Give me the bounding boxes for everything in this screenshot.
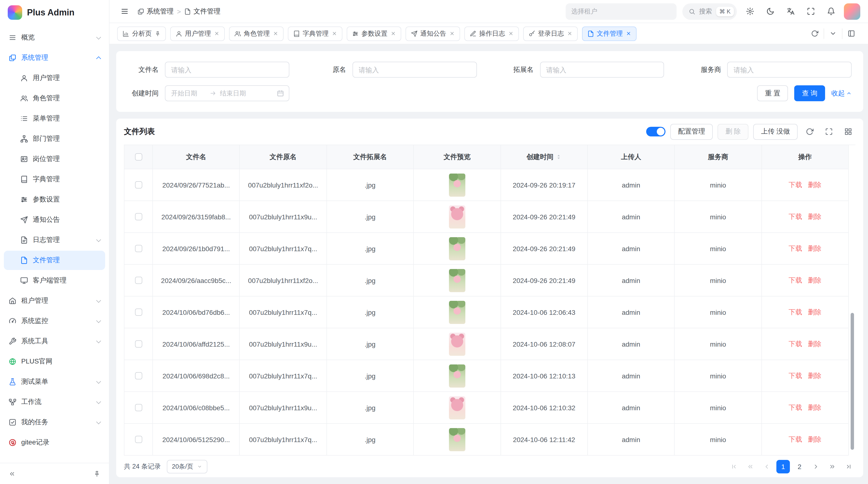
sidebar-item[interactable]: 参数设置 [4, 190, 105, 209]
sidebar-item[interactable]: 测试菜单 [4, 372, 105, 391]
delete-link[interactable]: 删除 [808, 244, 822, 253]
file-preview-image[interactable] [449, 364, 465, 387]
close-icon[interactable] [332, 31, 337, 36]
column-header[interactable]: 操作 [762, 145, 849, 169]
delete-link[interactable]: 删除 [808, 212, 822, 221]
refresh-table-button[interactable] [802, 124, 817, 139]
upload-button[interactable]: 上传 没做 [753, 124, 798, 139]
row-checkbox[interactable] [135, 404, 142, 411]
page-tab[interactable]: 操作日志 [464, 26, 519, 41]
page-tab[interactable]: 登录日志 [523, 26, 578, 41]
page-tab[interactable]: 参数设置 [346, 26, 401, 41]
sidebar-item[interactable]: PLUS官网 [4, 352, 105, 371]
layout-button[interactable] [842, 28, 860, 39]
file-preview-image[interactable] [449, 237, 465, 260]
filter-input[interactable] [165, 62, 289, 77]
sidebar-item[interactable]: gitee记录 [4, 433, 105, 452]
sidebar-item[interactable]: 菜单管理 [4, 109, 105, 128]
columns-button[interactable] [841, 124, 856, 139]
table-toggle[interactable] [646, 127, 665, 136]
sidebar-item[interactable]: 工作流 [4, 392, 105, 412]
tenant-select[interactable] [565, 3, 676, 20]
download-link[interactable]: 下载 [789, 212, 802, 221]
global-search[interactable]: 搜索 ⌘ K [682, 3, 737, 20]
row-checkbox[interactable] [135, 213, 142, 220]
close-icon[interactable] [567, 31, 572, 36]
prev-jump-button[interactable] [744, 460, 757, 474]
download-link[interactable]: 下载 [789, 181, 802, 189]
download-link[interactable]: 下载 [789, 403, 802, 412]
end-date-input[interactable] [219, 89, 255, 97]
sidebar-item[interactable]: 部门管理 [4, 129, 105, 149]
file-preview-image[interactable] [449, 396, 465, 419]
sidebar-item[interactable]: 用户管理 [4, 68, 105, 88]
row-checkbox[interactable] [135, 436, 142, 443]
column-header[interactable]: 文件原名 [240, 145, 327, 169]
prev-page-button[interactable] [760, 460, 774, 474]
sidebar-item[interactable]: 日志管理 [4, 230, 105, 250]
pin-icon[interactable] [155, 31, 160, 36]
download-link[interactable]: 下载 [789, 435, 802, 444]
collapse-link[interactable]: 收起 [831, 89, 851, 98]
download-link[interactable]: 下载 [789, 372, 802, 380]
next-page-button[interactable] [809, 460, 823, 474]
column-header[interactable]: 上传人 [588, 145, 675, 169]
query-button[interactable]: 查 询 [794, 85, 825, 101]
page-tab[interactable]: 分析页 [117, 26, 166, 41]
app-logo[interactable]: Plus Admin [0, 0, 109, 25]
table-scrollbar[interactable] [850, 313, 854, 450]
page-size-select[interactable]: 20条/页 [166, 460, 207, 474]
delete-link[interactable]: 删除 [808, 181, 822, 189]
file-preview-image[interactable] [449, 332, 465, 356]
row-checkbox[interactable] [135, 181, 142, 189]
file-preview-image[interactable] [449, 428, 465, 451]
table-fullscreen-button[interactable] [822, 124, 836, 139]
dark-mode-button[interactable] [763, 4, 777, 19]
close-icon[interactable] [214, 31, 219, 36]
next-jump-button[interactable] [826, 460, 839, 474]
sidebar-item[interactable]: 岗位管理 [4, 150, 105, 169]
tab-menu-button[interactable] [824, 28, 842, 39]
select-all-checkbox[interactable] [135, 153, 142, 161]
filter-input[interactable] [540, 62, 664, 77]
sidebar-item[interactable]: 我的任务 [4, 413, 105, 432]
page-tab[interactable]: 文件管理 [582, 26, 636, 41]
delete-link[interactable]: 删除 [808, 276, 822, 285]
download-link[interactable]: 下载 [789, 340, 802, 348]
column-header[interactable]: 文件拓展名 [327, 145, 414, 169]
column-header[interactable]: 文件预览 [414, 145, 501, 169]
filter-input[interactable] [352, 62, 477, 77]
close-icon[interactable] [626, 31, 631, 36]
config-button[interactable]: 配置管理 [670, 124, 713, 139]
delete-link[interactable]: 删除 [808, 308, 822, 317]
delete-link[interactable]: 删除 [808, 435, 822, 444]
page-number-button[interactable]: 2 [793, 460, 806, 474]
file-preview-image[interactable] [449, 269, 465, 292]
date-range-picker[interactable] [165, 85, 289, 101]
last-page-button[interactable] [842, 460, 856, 474]
fullscreen-button[interactable] [803, 4, 818, 19]
download-link[interactable]: 下载 [789, 244, 802, 253]
batch-delete-button[interactable]: 删 除 [717, 124, 748, 139]
page-tab[interactable]: 角色管理 [229, 26, 283, 41]
close-icon[interactable] [508, 31, 513, 36]
sidebar-pin-button[interactable] [91, 467, 103, 480]
close-icon[interactable] [449, 31, 455, 36]
sidebar-item[interactable]: 客户端管理 [4, 271, 105, 290]
close-icon[interactable] [273, 31, 278, 36]
close-icon[interactable] [390, 31, 396, 36]
delete-link[interactable]: 删除 [808, 340, 822, 348]
page-number-button[interactable]: 1 [776, 460, 790, 474]
sidebar-item[interactable]: 系统工具 [4, 332, 105, 351]
sort-icon[interactable] [555, 154, 562, 160]
sidebar-item[interactable]: 系统管理 [4, 48, 105, 67]
first-page-button[interactable] [727, 460, 741, 474]
sidebar-collapse-button[interactable] [6, 467, 18, 480]
row-checkbox[interactable] [135, 309, 142, 316]
user-avatar[interactable] [844, 3, 860, 20]
row-checkbox[interactable] [135, 372, 142, 379]
sidebar-item[interactable]: 文件管理 [4, 251, 105, 270]
file-preview-image[interactable] [449, 205, 465, 228]
sidebar-item[interactable]: 角色管理 [4, 89, 105, 108]
column-header[interactable]: 服务商 [675, 145, 762, 169]
